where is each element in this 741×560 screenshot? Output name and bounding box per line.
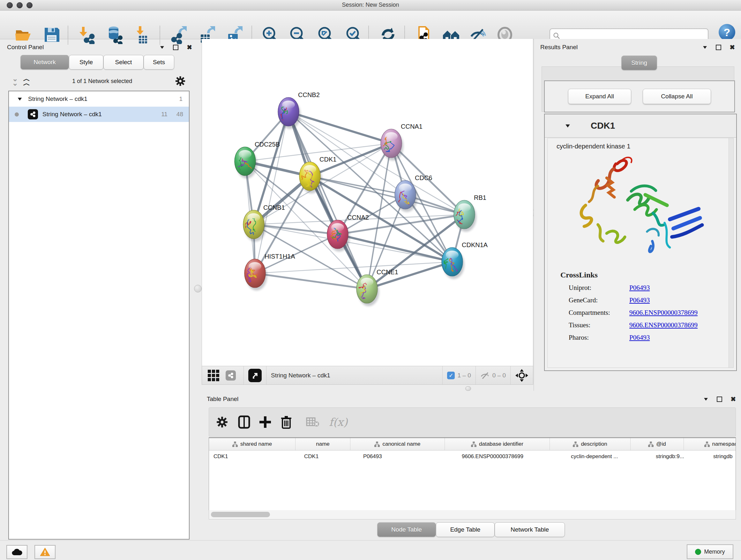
compartments-link[interactable]: 9606.ENSP00000378699 (629, 309, 697, 317)
network-node[interactable]: CCNA1 (381, 123, 422, 161)
help-button[interactable]: ? (719, 24, 735, 41)
network-node[interactable]: CCNE1 (356, 268, 398, 306)
network-edge[interactable] (288, 112, 464, 214)
tree-row-network[interactable]: String Network – cdk1 11 48 (9, 107, 189, 122)
delete-table-icon[interactable] (306, 417, 320, 428)
panel-menu-icon[interactable] (704, 398, 708, 400)
results-panel-header: Results Panel ✖ (540, 42, 735, 53)
table-header-row: shared namenamecanonical namedatabase id… (209, 438, 736, 450)
table-cell[interactable]: P06493 (359, 450, 457, 462)
genecard-link[interactable]: P06493 (629, 296, 650, 304)
add-column-icon[interactable] (259, 416, 272, 428)
warning-status-button[interactable] (35, 545, 56, 559)
table-row[interactable]: CDK1CDK1P064939606.ENSP00000378699cyclin… (209, 450, 736, 462)
tab-sets[interactable]: Sets (144, 55, 174, 70)
table-cell[interactable]: 9606.ENSP00000378699 (457, 450, 566, 462)
collapse-gene-icon[interactable] (565, 124, 570, 127)
network-graph[interactable]: CCNB2CCNA1CDC25BCDK1CDC6RB1CCNB1CCNA2CDK… (202, 39, 533, 366)
network-node[interactable]: CDKN1A (442, 241, 488, 279)
column-header[interactable]: database identifier (445, 438, 550, 450)
main-toolbar: ? (0, 10, 741, 39)
table-cell[interactable]: CDK1 (209, 450, 300, 462)
tab-node-table[interactable]: Node Table (377, 522, 436, 537)
uniprot-link[interactable]: P06493 (629, 284, 650, 292)
float-panel-icon[interactable] (717, 396, 722, 402)
column-header[interactable]: @id (630, 438, 684, 450)
column-header[interactable]: name (295, 438, 350, 450)
tab-network-table[interactable]: Network Table (495, 522, 565, 537)
network-node[interactable]: CCNB2 (278, 91, 320, 129)
column-header[interactable]: description (550, 438, 630, 450)
table-cell[interactable]: CDK1 (300, 450, 359, 462)
title-bar: Session: New Session (0, 0, 741, 10)
network-view-type-icon[interactable] (226, 370, 236, 381)
float-panel-icon[interactable] (716, 45, 721, 50)
network-view[interactable]: CCNB2CCNA1CDC25BCDK1CDC6RB1CCNB1CCNA2CDK… (202, 39, 533, 366)
fit-content-crosshair-icon[interactable] (515, 369, 529, 382)
table-settings-gear-icon[interactable] (216, 416, 228, 428)
selected-checkbox-icon[interactable]: ✓ (447, 372, 455, 379)
network-node[interactable]: CDC6 (392, 174, 432, 213)
column-header[interactable]: namespace (684, 438, 736, 450)
panel-menu-icon[interactable] (703, 46, 707, 49)
delete-column-icon[interactable] (280, 415, 292, 429)
left-splitter-handle[interactable] (194, 285, 202, 293)
function-builder-button[interactable]: f(x) (329, 416, 347, 428)
float-panel-icon[interactable] (173, 45, 179, 50)
tab-edge-table[interactable]: Edge Table (436, 522, 495, 537)
expand-collapse-bar: Expand All Collapse All (544, 80, 735, 112)
show-columns-icon[interactable] (238, 415, 251, 429)
network-node[interactable]: CCNB1 (241, 204, 285, 242)
scrollbar-thumb[interactable] (211, 512, 270, 517)
table-panel: Table Panel ✖ (202, 391, 741, 540)
node-label: CDKN1A (462, 241, 488, 248)
memory-label: Memory (704, 549, 725, 555)
column-header[interactable]: canonical name (350, 438, 445, 450)
tree-expand-icon[interactable] (18, 98, 22, 101)
network-edge[interactable] (255, 112, 288, 273)
gene-card-header[interactable]: CDK1 (545, 114, 736, 138)
results-panel: Results Panel ✖ String Expand All Collap… (534, 39, 741, 391)
node-label: CDK1 (320, 156, 336, 163)
table-horizontal-scrollbar[interactable] (209, 510, 736, 519)
close-panel-icon[interactable]: ✖ (187, 44, 192, 51)
pharos-link[interactable]: P06493 (629, 334, 650, 341)
tab-string[interactable]: String (621, 56, 657, 70)
grid-view-icon[interactable] (207, 369, 220, 382)
tissues-link[interactable]: 9606.ENSP00000378699 (629, 321, 697, 329)
tab-style[interactable]: Style (69, 55, 104, 70)
memory-button[interactable]: Memory (687, 544, 733, 559)
table-panel-header: Table Panel ✖ (207, 393, 736, 405)
network-edge[interactable] (254, 225, 338, 234)
network-type-icon (28, 109, 38, 119)
table-cell[interactable]: cyclin-dependent ... (566, 450, 651, 462)
network-node[interactable]: RB1 (454, 194, 486, 232)
tree-row-collection[interactable]: String Network – cdk1 1 (9, 91, 189, 107)
table-cell[interactable]: stringdb:9... (651, 450, 709, 462)
collapse-all-icon[interactable]: ⌄⌄ (12, 77, 17, 85)
gear-icon[interactable] (175, 76, 186, 86)
close-panel-icon[interactable]: ✖ (731, 395, 736, 403)
collapse-all-button[interactable]: Collapse All (643, 89, 711, 104)
gene-card-body: cyclin-dependent kinase 1 (547, 138, 729, 368)
panel-menu-icon[interactable] (160, 46, 164, 49)
network-edge[interactable] (288, 112, 367, 289)
detach-view-button[interactable] (248, 369, 262, 382)
horizontal-splitter-handle[interactable] (465, 386, 471, 391)
tab-network[interactable]: Network (20, 55, 69, 70)
cytoscape-window: Session: New Session (0, 0, 741, 560)
network-edge[interactable] (255, 273, 367, 289)
close-panel-icon[interactable]: ✖ (730, 44, 735, 51)
table-cell[interactable]: stringdb (709, 450, 736, 462)
column-header[interactable]: shared name (209, 438, 295, 450)
gene-description: cyclin-dependent kinase 1 (556, 143, 729, 150)
control-panel-header: Control Panel ✖ (7, 42, 192, 53)
expand-all-button[interactable]: Expand All (568, 89, 631, 104)
tab-select[interactable]: Select (104, 55, 144, 70)
expand-all-icon[interactable]: ︿︿ (23, 77, 29, 85)
cloud-status-button[interactable] (6, 545, 27, 559)
network-edge[interactable] (288, 112, 391, 143)
results-scrollbar[interactable] (729, 138, 734, 368)
tree-collection-label: String Network – cdk1 (28, 96, 87, 103)
table-toolbar: f(x) (209, 408, 736, 437)
